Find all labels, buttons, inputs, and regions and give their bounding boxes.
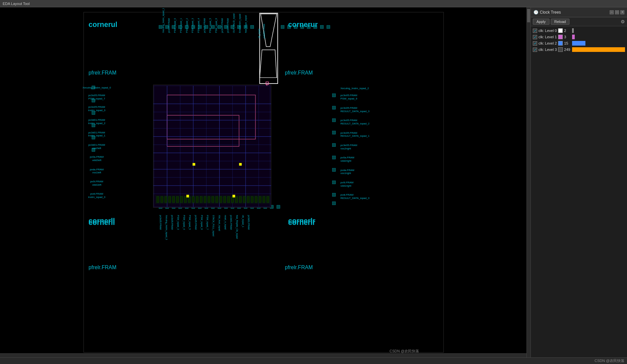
svg-text:PSW_iopad_6: PSW_iopad_6 xyxy=(215,18,218,33)
svg-rect-100 xyxy=(200,196,202,203)
svg-text:cornerul: cornerul xyxy=(89,20,117,29)
svg-rect-60 xyxy=(257,205,260,209)
svg-rect-25 xyxy=(307,25,311,29)
svg-text:OUT_VALID_iopad: OUT_VALID_iopad xyxy=(233,13,235,33)
svg-rect-34 xyxy=(92,148,95,152)
clock-color-box-level1[interactable] xyxy=(558,35,563,39)
panel-icon: 🕑 xyxy=(533,10,538,15)
svg-text:vss1right: vss1right xyxy=(340,172,351,175)
clock-checkbox-level3[interactable]: ✓ xyxy=(533,48,537,52)
svg-text:vdd1right: vdd1right xyxy=(340,184,351,187)
canvas-area[interactable]: clk_iopad pc3d01.FRAM xyxy=(0,7,530,357)
svg-text:Instrn_iopad_0: Instrn_iopad_0 xyxy=(88,196,106,199)
svg-rect-11 xyxy=(192,25,195,29)
clock-bar-level1 xyxy=(572,35,575,39)
svg-rect-40 xyxy=(332,156,336,159)
svg-rect-114 xyxy=(255,196,258,203)
svg-text:STACK_FULL_iopad: STACK_FULL_iopad xyxy=(212,215,215,236)
bottom-status: CSDN @农民快落 xyxy=(0,357,627,364)
svg-rect-26 xyxy=(314,25,317,29)
svg-rect-31 xyxy=(92,111,95,115)
clock-checkbox-level2[interactable]: ✓ xyxy=(533,41,537,46)
clock-label-level2: clk: Level 2 xyxy=(538,41,557,45)
scrollbar-horizontal[interactable] xyxy=(0,353,526,357)
svg-rect-111 xyxy=(243,196,246,203)
clock-checkbox-level1[interactable]: ✓ xyxy=(533,35,537,39)
svg-text:PSW_iopad_3: PSW_iopad_3 xyxy=(177,215,179,230)
svg-text:pc3d01.FRAM: pc3d01.FRAM xyxy=(89,143,105,146)
svg-rect-9 xyxy=(178,25,182,29)
svg-rect-112 xyxy=(247,196,250,203)
svg-rect-107 xyxy=(227,196,230,203)
reload-button[interactable]: Reload xyxy=(551,19,570,25)
title-text: EDA Layout Tool xyxy=(3,2,30,6)
svg-text:pc3o05.FRAM: pc3o05.FRAM xyxy=(340,119,357,122)
svg-text:pc3d01.FRAM: pc3d01.FRAM xyxy=(263,24,266,38)
svg-rect-64 xyxy=(153,85,271,208)
svg-rect-23 xyxy=(294,25,298,29)
apply-button[interactable]: Apply xyxy=(533,19,549,25)
svg-text:pc3d01.FRAM: pc3d01.FRAM xyxy=(230,215,232,230)
svg-text:vss1left: vss1left xyxy=(92,171,101,174)
svg-rect-103 xyxy=(212,196,214,203)
clock-color-box-level3[interactable] xyxy=(558,47,563,52)
panel-close-button[interactable]: ✕ xyxy=(620,10,624,14)
svg-rect-1 xyxy=(260,13,278,84)
svg-text:PSW_iopad_7: PSW_iopad_7 xyxy=(89,97,105,100)
svg-rect-124 xyxy=(266,82,269,85)
clock-bar-level3 xyxy=(572,47,625,52)
svg-rect-24 xyxy=(301,25,304,29)
svg-text:pc3o05.FRAM: pc3o05.FRAM xyxy=(203,18,206,33)
panel-title-text: Clock Trees xyxy=(540,10,561,15)
clock-count-level3: 249 xyxy=(564,48,571,52)
svg-text:Instrn_iopad_2: Instrn_iopad_2 xyxy=(88,122,105,125)
svg-text:PSW_iopad_0: PSW_iopad_0 xyxy=(174,18,176,33)
svg-rect-14 xyxy=(211,25,215,29)
svg-text:PSW_iopad_3: PSW_iopad_3 xyxy=(191,18,194,33)
gear-icon[interactable]: ⚙ xyxy=(621,19,625,24)
scrollbar-vertical[interactable] xyxy=(526,7,530,357)
svg-rect-113 xyxy=(251,196,254,203)
svg-text:pfrelr.FRAM: pfrelr.FRAM xyxy=(285,265,313,270)
svg-text:pvda.FRAM: pvda.FRAM xyxy=(340,169,354,172)
svg-text:pv0i.FRAM: pv0i.FRAM xyxy=(90,180,103,183)
svg-text:PSW_iopad_1: PSW_iopad_1 xyxy=(180,18,182,33)
clock-color-box-level0[interactable] xyxy=(558,28,563,33)
clock-checkbox-level0[interactable]: ✓ xyxy=(533,29,537,33)
svg-text:PSW_iopad_9: PSW_iopad_9 xyxy=(340,97,357,100)
panel-minimize-button[interactable]: ─ xyxy=(610,10,614,14)
svg-text:pc3o05.FRAM: pc3o05.FRAM xyxy=(89,94,105,97)
svg-rect-63 xyxy=(277,205,280,209)
panel-maximize-button[interactable]: □ xyxy=(615,10,619,14)
svg-rect-55 xyxy=(224,205,228,209)
svg-text:Xecutng_Instrn_iopad_2: Xecutng_Instrn_iopad_2 xyxy=(340,87,369,90)
svg-rect-13 xyxy=(205,25,208,29)
svg-rect-36 xyxy=(332,106,336,109)
right-panel: 🕑 Clock Trees ─ □ ✕ Apply Reload ⚙ ✓ clk… xyxy=(530,7,627,357)
svg-rect-10 xyxy=(185,25,188,29)
svg-text:pc3o05.FRAM: pc3o05.FRAM xyxy=(227,18,229,33)
svg-text:pv0a.FRAM: pv0a.FRAM xyxy=(90,155,104,158)
svg-rect-99 xyxy=(196,196,199,203)
svg-text:pvdi.FRAM: pvdi.FRAM xyxy=(90,192,103,195)
svg-rect-93 xyxy=(172,196,175,203)
svg-text:RESULT_DATA_iopad_2: RESULT_DATA_iopad_2 xyxy=(340,122,369,125)
svg-rect-33 xyxy=(92,136,95,139)
clock-tree-content: ✓ clk: Level 0 2 ✓ clk: Level 1 3 ✓ clk:… xyxy=(531,26,627,357)
svg-rect-22 xyxy=(288,25,291,29)
title-bar: EDA Layout Tool xyxy=(0,0,627,7)
svg-text:pvda.FRAM: pvda.FRAM xyxy=(90,168,104,171)
svg-rect-0 xyxy=(84,12,443,353)
panel-title: 🕑 Clock Trees xyxy=(533,10,561,15)
svg-rect-108 xyxy=(231,196,234,203)
svg-text:feat_Reptile_Clk_iopad: feat_Reptile_Clk_iopad xyxy=(236,215,238,239)
clock-bar-level2 xyxy=(572,41,585,46)
clock-color-box-level2[interactable] xyxy=(558,41,563,46)
clock-label-level1: clk: Level 1 xyxy=(538,35,557,39)
svg-text:cornerlr: cornerlr xyxy=(288,217,315,225)
svg-rect-39 xyxy=(332,143,336,147)
svg-rect-98 xyxy=(192,196,195,203)
svg-text:RESULT_DATA_iopad_3: RESULT_DATA_iopad_3 xyxy=(340,110,370,113)
svg-rect-121 xyxy=(186,195,189,197)
svg-rect-96 xyxy=(184,196,187,203)
